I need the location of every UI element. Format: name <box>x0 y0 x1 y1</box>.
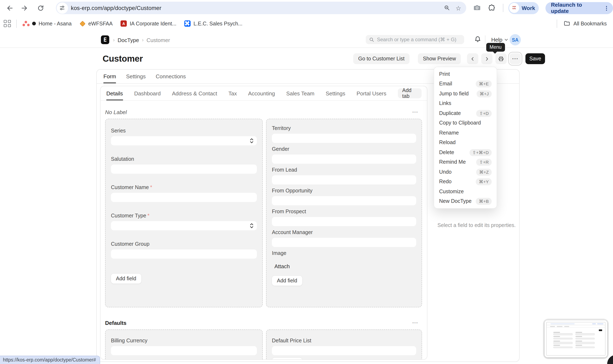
section-menu-icon[interactable]: ··· <box>412 320 418 325</box>
save-button[interactable]: Save <box>526 53 545 64</box>
user-avatar[interactable]: SA <box>510 34 521 45</box>
customer-name-input[interactable] <box>111 193 257 202</box>
menu-item-email[interactable]: Email⌘+E <box>434 79 497 89</box>
from-lead-input[interactable] <box>272 175 416 184</box>
menu-item-label: New DocType <box>439 198 472 204</box>
customer-type-select[interactable] <box>111 221 257 230</box>
salutation-input[interactable] <box>111 165 257 174</box>
browser-profile-chip[interactable]: new tofu Work <box>508 2 539 14</box>
prev-record-button[interactable] <box>467 53 478 64</box>
tab-connections[interactable]: Connections <box>156 70 186 83</box>
menu-item-print[interactable]: Print <box>434 69 497 79</box>
attach-button[interactable]: Attach <box>274 262 290 270</box>
series-select[interactable] <box>111 136 257 145</box>
tab-tax[interactable]: Tax <box>228 86 237 100</box>
billing-currency-input[interactable] <box>111 346 257 355</box>
add-field-button[interactable]: Add field <box>272 276 302 286</box>
breadcrumb-doctype[interactable]: DocType <box>118 37 139 43</box>
field-image[interactable]: Image Attach <box>272 250 416 270</box>
form-column-left[interactable]: Series Salutation Customer Name* <box>105 119 263 307</box>
chevron-right-icon <box>484 56 490 61</box>
relaunch-to-update-button[interactable]: Relaunch to update ⋮ <box>545 2 613 14</box>
next-record-button[interactable] <box>481 53 493 64</box>
forward-button[interactable] <box>19 2 30 13</box>
tab-settings-inner[interactable]: Settings <box>326 86 345 100</box>
gender-input[interactable] <box>272 155 416 164</box>
bookmark-star-icon[interactable]: ☆ <box>456 5 461 11</box>
territory-input[interactable] <box>272 134 416 143</box>
go-to-customer-list-button[interactable]: Go to Customer List <box>353 53 409 64</box>
screen-preview-thumbnail[interactable] <box>543 319 609 359</box>
menu-item-undo[interactable]: Undo⌘+Z <box>434 167 497 177</box>
menu-item-delete[interactable]: Delete⇧+⌘+D <box>434 147 497 157</box>
bookmark-ewfsfaa[interactable]: eWFSFAA <box>79 21 112 26</box>
menu-more-button[interactable]: ··· <box>510 53 521 64</box>
menu-item-rename[interactable]: Rename <box>434 128 497 138</box>
menu-item-links[interactable]: Links <box>434 99 497 108</box>
menu-item-copy-to-clipboard[interactable]: Copy to Clipboard <box>434 118 497 128</box>
bookmark-ia-corporate[interactable]: A IA Corporate Ident... <box>121 20 176 27</box>
tab-settings[interactable]: Settings <box>126 70 146 83</box>
defaults-column-right[interactable]: Default Price List Add field <box>266 329 422 360</box>
field-series[interactable]: Series <box>111 128 257 145</box>
field-customer-name[interactable]: Customer Name* <box>111 184 257 202</box>
field-gender[interactable]: Gender <box>272 146 416 164</box>
field-customer-group[interactable]: Customer Group <box>111 241 257 259</box>
apps-grid-icon[interactable] <box>4 20 11 27</box>
field-from-lead[interactable]: From Lead <box>272 167 416 184</box>
add-field-button[interactable]: Add field <box>111 274 141 284</box>
field-default-price-list[interactable]: Default Price List <box>272 337 416 355</box>
url-bar[interactable]: kos-erp.com/app/doctype/Customer ☆ <box>56 2 466 14</box>
site-settings-button[interactable] <box>57 2 68 13</box>
url-text[interactable]: kos-erp.com/app/doctype/Customer <box>71 5 161 11</box>
field-from-opportunity[interactable]: From Opportunity <box>272 187 416 205</box>
tab-sales-team[interactable]: Sales Team <box>286 86 314 100</box>
tab-details[interactable]: Details <box>106 86 123 100</box>
field-salutation[interactable]: Salutation <box>111 156 257 174</box>
notifications-bell-icon[interactable] <box>474 35 482 43</box>
add-tab-button[interactable]: Add tab <box>398 88 422 98</box>
breadcrumb-customer[interactable]: Customer <box>147 37 170 43</box>
tab-portal-users[interactable]: Portal Users <box>357 86 386 100</box>
bookmark-home-asana[interactable]: Home - Asana <box>22 21 71 26</box>
app-logo[interactable]: E <box>101 35 109 44</box>
tab-address-contact[interactable]: Address & Contact <box>172 86 217 100</box>
extensions-icon[interactable] <box>488 4 495 12</box>
zoom-icon[interactable] <box>444 5 450 11</box>
tab-dashboard[interactable]: Dashboard <box>134 86 161 100</box>
default-price-list-input[interactable] <box>272 346 416 355</box>
global-search-input[interactable]: Search or type a command (⌘ + G) <box>366 35 464 44</box>
browser-menu-kebab-icon[interactable]: ⋮ <box>604 5 609 11</box>
field-billing-currency[interactable]: Billing Currency <box>111 337 257 355</box>
add-field-button[interactable]: Add field <box>272 358 302 360</box>
field-from-prospect[interactable]: From Prospect <box>272 208 416 226</box>
defaults-column-left[interactable]: Billing Currency Default Company Bank Ac… <box>105 329 263 360</box>
field-customer-type[interactable]: Customer Type* <box>111 212 257 230</box>
help-menu[interactable]: Help <box>491 37 508 43</box>
bookmark-lec-sales[interactable]: L.E.C. Sales Psych... <box>184 20 242 27</box>
menu-item-redo[interactable]: Redo⌘+Y <box>434 177 497 187</box>
menu-item-reload[interactable]: Reload <box>434 138 497 147</box>
reload-button[interactable] <box>35 2 46 13</box>
all-bookmarks-button[interactable]: All Bookmarks <box>557 19 607 28</box>
field-default-company-bank-account[interactable]: Default Company Bank Account <box>111 359 257 360</box>
customer-group-input[interactable] <box>111 249 257 259</box>
menu-item-new-doctype[interactable]: New DocType⌘+B <box>434 196 497 206</box>
field-account-manager[interactable]: Account Manager <box>272 229 416 247</box>
tab-accounting[interactable]: Accounting <box>248 86 275 100</box>
menu-item-duplicate[interactable]: Duplicate⇧+D <box>434 108 497 118</box>
account-manager-input[interactable] <box>272 238 416 247</box>
show-preview-button[interactable]: Show Preview <box>418 53 461 64</box>
from-prospect-input[interactable] <box>272 217 416 226</box>
menu-item-remind-me[interactable]: Remind Me⇧+R <box>434 157 497 167</box>
print-button[interactable] <box>496 53 507 64</box>
menu-item-customize[interactable]: Customize <box>434 187 497 196</box>
from-opportunity-input[interactable] <box>272 196 416 205</box>
section-menu-icon[interactable]: ··· <box>412 110 418 115</box>
field-territory[interactable]: Territory <box>272 125 416 143</box>
camera-icon[interactable] <box>473 4 481 12</box>
menu-item-jump-to-field[interactable]: Jump to field⌘+J <box>434 89 497 99</box>
back-button[interactable] <box>4 2 15 13</box>
form-column-right[interactable]: Territory Gender From Lead From Opp <box>266 119 422 307</box>
tab-form[interactable]: Form <box>103 70 116 83</box>
